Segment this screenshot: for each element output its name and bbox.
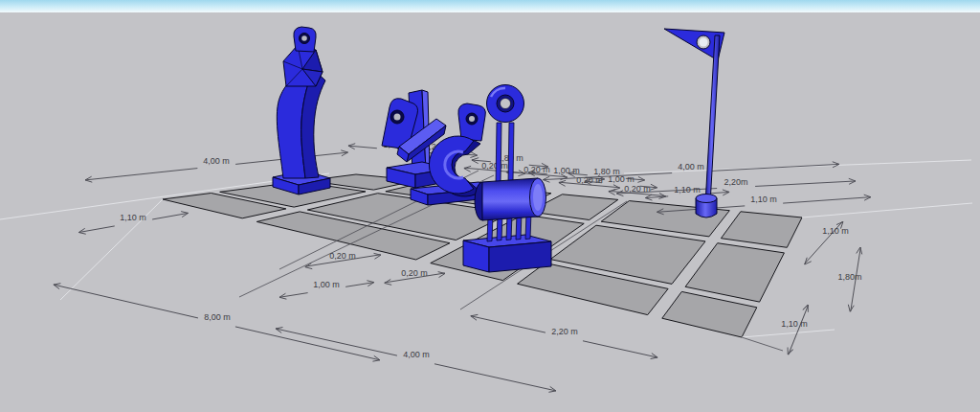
dimension-label[interactable]: 1,10 m bbox=[822, 226, 849, 236]
sculpture1-tab-hole-through bbox=[301, 35, 307, 41]
dimension-label[interactable]: 1,10 m bbox=[120, 213, 146, 222]
dimension-label[interactable]: 0,20 m bbox=[329, 251, 356, 261]
cclamp-tab-hole-through bbox=[469, 116, 475, 122]
sky-band bbox=[0, 0, 980, 12]
dimension-label[interactable]: 1,00 m bbox=[313, 280, 340, 289]
dimension-label[interactable]: 0,20 m bbox=[481, 161, 508, 171]
3d-scene-canvas[interactable]: 4,00 m1,10 m2,20 m1,80 m0,20 m0,20 m1,00… bbox=[0, 0, 980, 412]
comb-base-right bbox=[489, 241, 551, 272]
dimension-label[interactable]: 1,10 m bbox=[674, 185, 701, 195]
dimension-label[interactable]: 1,10 m bbox=[750, 195, 777, 204]
dimension-label[interactable]: 1,10 m bbox=[781, 319, 808, 329]
comb-cylinder-right-cap-inner bbox=[533, 184, 543, 211]
comb-ring-through bbox=[501, 99, 511, 109]
dimension-label[interactable]: 2,20m bbox=[724, 177, 747, 187]
dimension-label[interactable]: 2,20 m bbox=[551, 327, 578, 336]
flag-base-top bbox=[696, 195, 717, 203]
modeling-viewport[interactable]: 4,00 m1,10 m2,20 m1,80 m0,20 m0,20 m1,00… bbox=[0, 0, 980, 412]
dimension-label[interactable]: 0,20 m bbox=[401, 268, 428, 278]
dimension-label[interactable]: 8,00 m bbox=[204, 312, 231, 322]
dimension-label[interactable]: 1,80m bbox=[837, 272, 861, 282]
dimension-label[interactable]: 4,00 m bbox=[678, 162, 704, 172]
dimension-label[interactable]: 4,00 m bbox=[403, 350, 430, 359]
flag-hole bbox=[700, 38, 708, 47]
dimension-label[interactable]: 4,00 m bbox=[203, 156, 230, 166]
bracket-plate-hole-through bbox=[394, 114, 401, 121]
